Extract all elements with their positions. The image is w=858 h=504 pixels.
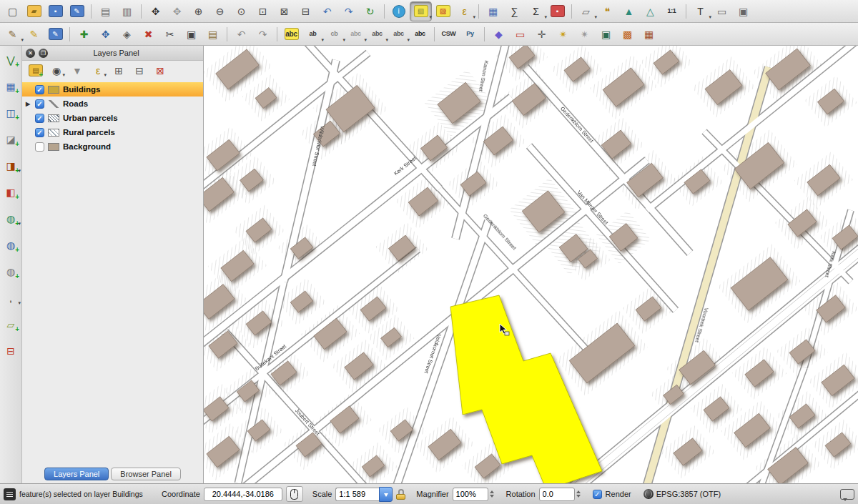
move-feature-button[interactable]: ✥ [95,25,116,44]
layer-visibility-checkbox[interactable]: ✓ [35,114,44,123]
toggle-editing-button[interactable]: ✎ [24,25,44,44]
zoom-native-resolution-button[interactable]: 1:1 [661,2,682,21]
pin-labels-button[interactable]: ab▾ [302,25,323,44]
add-wfs-layer-button[interactable]: ◍+ [1,263,20,280]
layer-item-buildings[interactable]: ✓Buildings [22,82,203,97]
tab-layers-panel[interactable]: Layers Panel [44,468,109,480]
metasearch-csw-button[interactable]: CSW [438,25,459,44]
field-calculator-button[interactable]: ∑ [504,2,525,21]
add-wms-layer-button[interactable]: ◍+▾ [1,210,20,227]
layer-item-urban-parcels[interactable]: ✓Urban parcels [22,111,203,125]
panel-close-button[interactable]: ✕ [26,49,35,58]
cut-features-button[interactable]: ✂ [159,25,180,44]
add-group-button[interactable]: ▤+ [28,63,44,79]
copy-features-button[interactable]: ▣ [181,25,202,44]
mouse-coordinate-toggle-button[interactable] [286,486,303,502]
html-annotation-button[interactable]: ▣ [733,2,754,21]
messages-indicator-icon[interactable] [4,488,16,500]
show-hide-labels-button[interactable]: abc▾ [345,25,366,44]
collapse-all-button[interactable]: ⊟ [132,63,147,79]
open-project-button[interactable]: ▰ [24,2,44,21]
form-annotation-button[interactable]: ▭ [711,2,732,21]
change-label-button[interactable]: abc [410,25,430,44]
scale-lock-button[interactable] [396,489,405,500]
spatial-query-button[interactable]: ▭ [510,25,531,44]
heatmap-plugin-button[interactable]: ▩ [617,25,638,44]
undo-button[interactable]: ↶ [231,25,252,44]
zoom-full-button[interactable]: ⊡ [252,2,273,21]
add-raster-layer-button[interactable]: ▦+ [1,78,20,95]
select-features-button[interactable]: ▧▾ [410,1,432,21]
labeling-options-button[interactable]: abc [281,25,302,44]
layer-item-rural-parcels[interactable]: ✓Rural parcels [22,125,203,139]
spin-down-button[interactable] [490,495,494,500]
python-console-button[interactable]: Py [460,25,480,44]
add-spatialite-layer-button[interactable]: ◪+ [1,131,20,148]
layer-visibility-checkbox[interactable]: ✓ [35,128,44,137]
layer-visibility-checkbox[interactable]: ✓ [35,99,44,109]
zoom-last-button[interactable]: ↶ [317,2,337,21]
map-tips-button[interactable]: ❝ [597,2,618,21]
highlight-pinned-labels-button[interactable]: cb▾ [324,25,345,44]
spin-down-button[interactable] [576,495,581,500]
text-annotation-button[interactable]: T▾ [690,2,711,21]
composer-manager-button[interactable]: ▥ [117,2,137,21]
zoom-to-selection-button[interactable]: ⊠ [274,2,295,21]
topology-checker-button[interactable]: ◆ [488,25,509,44]
zoom-to-layer-button[interactable]: ⊟ [295,2,316,21]
raster-calculator-button[interactable]: ▦ [638,25,659,44]
save-project-as-button[interactable]: ✎ [66,2,87,21]
scale-dropdown-button[interactable] [379,487,393,502]
save-project-button[interactable]: ▪ [45,2,66,21]
zoom-actual-button[interactable]: ⊙ [231,2,252,21]
redo-button[interactable]: ↷ [252,25,273,44]
move-label-button[interactable]: abc▾ [367,25,388,44]
crs-status-button[interactable]: EPSG:3857 (OTF) [641,488,724,500]
zoom-next-button[interactable]: ↷ [338,2,359,21]
expand-all-button[interactable]: ⊞ [111,63,127,79]
magnifier-input[interactable] [453,488,488,501]
scale-combobox[interactable] [335,487,393,502]
refresh-map-button[interactable]: ↻ [360,2,380,21]
new-bookmark-button[interactable]: ▲ [618,2,639,21]
add-oracle-layer-button[interactable]: ◧+ [1,184,20,201]
identify-features-button[interactable]: i [388,2,409,21]
save-layer-edits-button[interactable]: ✎ [45,25,66,44]
new-shapefile-layer-button[interactable]: ▱+ [1,316,20,333]
rotation-input[interactable] [539,488,575,501]
georeferencer-button[interactable]: ▣ [596,25,616,44]
add-mssql-layer-button[interactable]: ◨+▾ [1,157,20,174]
scale-input[interactable] [335,488,379,501]
rotation-spinbox[interactable] [539,488,581,501]
coordinate-input[interactable] [204,488,282,501]
map-canvas[interactable]: Kanon StreetWilderivier StreetGedenkblom… [204,46,858,483]
layer-visibility-checkbox[interactable]: ✓ [35,85,44,94]
tab-browser-panel[interactable]: Browser Panel [111,468,181,480]
panel-float-button[interactable]: ❐ [39,49,48,58]
rotate-label-button[interactable]: abc▾ [388,25,409,44]
coordinate-capture-button[interactable]: ✛ [531,25,552,44]
zoom-out-button[interactable]: ⊖ [209,2,230,21]
zoom-in-button[interactable]: ⊕ [188,2,209,21]
node-tool-button[interactable]: ◈ [117,25,137,44]
db-manager-button[interactable]: ▪ [547,2,568,21]
statistical-summary-button[interactable]: Σ▾ [526,2,546,21]
filter-by-expression-button[interactable]: ε▾ [90,63,106,79]
add-postgis-layer-button[interactable]: ◫+ [1,104,20,122]
pan-map-button[interactable]: ✥ [145,2,166,21]
open-attribute-table-button[interactable]: ▦ [483,2,503,21]
filter-legend-button[interactable]: ▼ [69,63,85,79]
show-bookmarks-button[interactable]: △ [640,2,661,21]
paste-features-button[interactable]: ▤ [202,25,223,44]
layer-visibility-checkbox[interactable] [35,142,44,152]
deselect-features-button[interactable]: ▨ [433,2,453,21]
remove-layer-group-button[interactable]: ⊟ [1,342,20,360]
layer-item-roads[interactable]: ▶✓Roads [22,97,203,111]
magnifier-spinbox[interactable] [453,488,494,501]
spin-up-button[interactable] [490,488,494,493]
layer-item-background[interactable]: Background [22,139,203,154]
select-by-expression-button[interactable]: ε▾ [454,2,475,21]
render-checkbox[interactable]: ✓ [593,490,602,499]
log-messages-button[interactable] [840,489,854,500]
add-feature-button[interactable]: ✚ [74,25,94,44]
